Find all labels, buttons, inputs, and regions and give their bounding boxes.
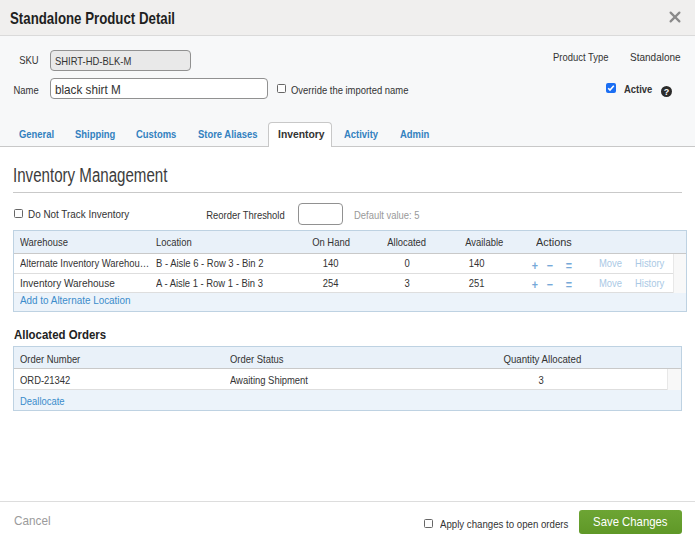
- svg-text:?: ?: [663, 86, 669, 96]
